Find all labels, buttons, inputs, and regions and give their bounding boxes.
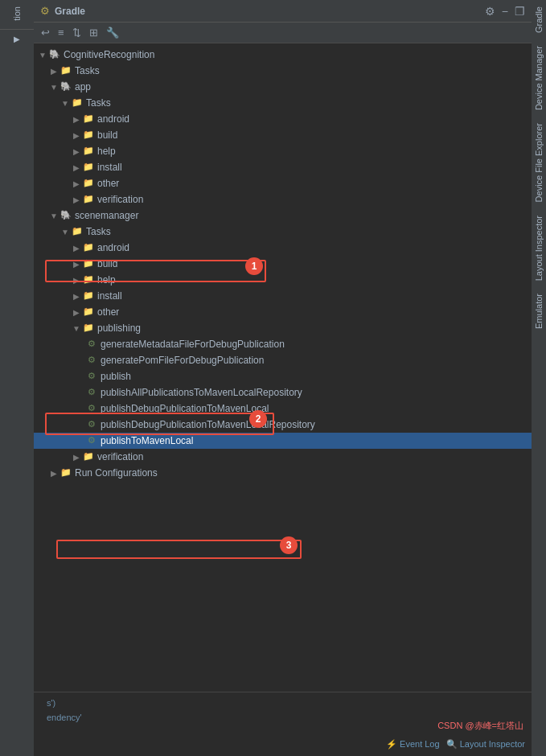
node-label: Run Configurations <box>75 467 158 479</box>
node-label: verification <box>97 451 143 462</box>
node-label: verification <box>97 194 143 205</box>
back-icon[interactable]: ↩ <box>39 25 52 40</box>
tree-node[interactable]: ▶ 📁 install <box>34 159 532 175</box>
task-icon: ⚙ <box>85 403 98 414</box>
folder-icon: 📁 <box>82 113 95 125</box>
tree-node[interactable]: ⚙ publishDebugPublicationToMavenLocal <box>34 401 532 417</box>
expand-panel-icon[interactable]: ❐ <box>515 5 525 18</box>
node-label: Tasks <box>86 226 111 237</box>
folder-icon: 📁 <box>82 306 95 318</box>
gradle-panel: ⚙ Gradle ⚙ − ❐ ↩ ≡ ⇅ ⊞ 🔧 ▼ 🐘 CognitiveRe… <box>34 0 532 756</box>
node-label: publishAllPublicationsToMavenLocalReposi… <box>101 387 302 398</box>
tree-node[interactable]: ⚙ publish <box>34 368 532 384</box>
wrench-icon[interactable]: 🔧 <box>104 25 121 40</box>
watermark: CSDN @赤峰=红塔山 <box>437 720 523 732</box>
node-label: publishing <box>97 323 141 334</box>
left-arrow-icon[interactable]: ▶ <box>14 35 20 43</box>
folder-icon: 📁 <box>82 146 95 157</box>
tree-node[interactable]: ▶ 📁 android <box>34 111 532 127</box>
node-label: other <box>97 178 119 189</box>
tree-node[interactable]: ⚙ publishDebugPublicationToMavenLocalRep… <box>34 417 532 433</box>
tree-node[interactable]: ▼ 📁 Tasks <box>34 95 532 111</box>
tree-node[interactable]: ▶ 📁 android <box>34 240 532 256</box>
tree-node[interactable]: ▶ 📁 build <box>34 127 532 143</box>
folder-icon: 📁 <box>82 178 95 189</box>
sort-icon[interactable]: ⇅ <box>70 25 84 40</box>
node-label: app <box>75 81 91 92</box>
panel-title: Gradle <box>55 6 85 17</box>
layout-inspector-label[interactable]: 🔍 Layout Inspector <box>446 739 525 750</box>
expand-icon: ▶ <box>71 260 82 269</box>
minimize-icon[interactable]: − <box>502 5 508 18</box>
collapse-icon[interactable]: ≡ <box>55 25 67 40</box>
tree-node[interactable]: ▶ 📁 other <box>34 175 532 191</box>
tree-node[interactable]: ▼ 📁 Tasks <box>34 224 532 240</box>
tree-node[interactable]: ▶ 📁 Tasks <box>34 63 532 79</box>
task-icon: ⚙ <box>85 387 98 398</box>
tree-node[interactable]: ▶ 📁 verification <box>34 449 532 465</box>
folder-icon: 📁 <box>82 258 95 269</box>
tree-node[interactable]: ⚙ publishAllPublicationsToMavenLocalRepo… <box>34 384 532 401</box>
task-icon: ⚙ <box>85 339 98 350</box>
expand-icon: ▼ <box>48 212 60 220</box>
folder-icon: 📁 <box>82 451 95 462</box>
settings-icon[interactable]: ⚙ <box>485 5 495 18</box>
tree-node[interactable]: ▶ 📁 install <box>34 288 532 304</box>
folder-icon: 📁 <box>60 65 72 76</box>
folder-icon: 📁 <box>60 467 72 479</box>
task-icon: ⚙ <box>85 419 98 430</box>
scenemanager-node[interactable]: ▼ 🐘 scenemanager <box>34 207 532 224</box>
node-label: android <box>97 113 129 125</box>
expand-icon: ▼ <box>60 228 71 236</box>
node-label: generatePomFileForDebugPublication <box>101 355 264 366</box>
publish-to-maven-local-node[interactable]: ⚙ publishToMavenLocal <box>34 433 532 449</box>
node-label: install <box>97 290 122 302</box>
expand-icon: ▶ <box>71 276 82 285</box>
right-panel-gradle[interactable]: Gradle <box>532 0 545 39</box>
tree-node[interactable]: ▶ 📁 verification <box>34 191 532 207</box>
expand-icon: ▶ <box>48 67 60 76</box>
gradle-file-icon: 🐘 <box>60 81 72 92</box>
tree-node[interactable]: ▼ 🐘 app <box>34 79 532 95</box>
right-panel-layout-inspector[interactable]: Layout Inspector <box>532 209 545 287</box>
node-label: publishToMavenLocal <box>101 435 193 446</box>
tree-node[interactable]: ▶ 📁 help <box>34 143 532 159</box>
gradle-icon-header: ⚙ <box>40 5 50 17</box>
tree-node[interactable]: ▶ 📁 Run Configurations <box>34 465 532 481</box>
expand-icon: ▶ <box>71 195 82 204</box>
tree-node[interactable]: ▶ 📁 build <box>34 256 532 272</box>
tree-node[interactable]: ▶ 📁 help <box>34 272 532 288</box>
expand-icon: ▶ <box>48 469 60 478</box>
left-tab-label: tion <box>12 6 22 24</box>
node-label: install <box>97 162 122 173</box>
tree-node[interactable]: ▼ 🐘 CognitiveRecognition <box>34 47 532 63</box>
expand-icon: ▶ <box>71 163 82 172</box>
node-label: CognitiveRecognition <box>64 49 154 60</box>
publishing-node[interactable]: ▼ 📁 publishing <box>34 320 532 336</box>
tree-area: ▼ 🐘 CognitiveRecognition ▶ 📁 Tasks ▼ 🐘 a… <box>34 43 532 692</box>
panel-header: ⚙ Gradle ⚙ − ❐ <box>34 0 532 23</box>
task-icon: ⚙ <box>85 435 98 446</box>
bottom-line1: s') <box>40 696 525 710</box>
right-panel-device-manager[interactable]: Device Manager <box>532 39 545 117</box>
expand-icon: ▼ <box>37 51 48 60</box>
task-icon: ⚙ <box>85 355 98 366</box>
folder-icon: 📁 <box>82 274 95 286</box>
tree-node[interactable]: ⚙ generateMetadataFileForDebugPublicatio… <box>34 336 532 352</box>
expand-icon: ▼ <box>48 83 60 92</box>
toolbar: ↩ ≡ ⇅ ⊞ 🔧 <box>34 23 532 43</box>
tree-node[interactable]: ⚙ generatePomFileForDebugPublication <box>34 352 532 368</box>
folder-icon: 📁 <box>82 194 95 205</box>
right-panel-emulator[interactable]: Emulator <box>532 287 545 335</box>
expand-icon: ▶ <box>71 147 82 156</box>
group-icon[interactable]: ⊞ <box>87 25 101 40</box>
node-label: generateMetadataFileForDebugPublication <box>101 339 285 350</box>
node-label: publishDebugPublicationToMavenLocalRepos… <box>101 419 315 430</box>
node-label: android <box>97 242 129 253</box>
right-panel-device-file-explorer[interactable]: Device File Explorer <box>532 117 545 208</box>
panel-title-area: ⚙ Gradle <box>40 5 85 17</box>
folder-icon: 📁 <box>71 226 84 237</box>
other-scenemanager-node[interactable]: ▶ 📁 other <box>34 304 532 320</box>
node-label: build <box>97 129 117 141</box>
event-log-label[interactable]: ⚡ Event Log <box>386 739 440 750</box>
